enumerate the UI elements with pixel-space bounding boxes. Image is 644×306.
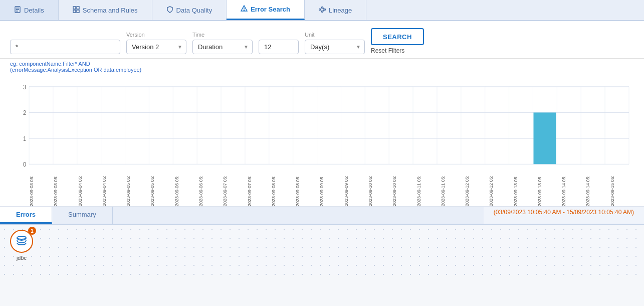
version-group: Version Version 1 Version 2 Version 3 ▼ [126,32,186,54]
time-select[interactable]: Duration Last Hour Last Day Custom [192,40,253,54]
svg-point-11 [321,7,323,8]
tab-schema-and-rules[interactable]: Schema and Rules [59,0,152,20]
version-select[interactable]: Version 1 Version 2 Version 3 [126,40,186,54]
tab-error-search[interactable]: Error Search [227,0,305,20]
search-group [10,40,120,54]
x-axis-label: 2023-09-09 05:30 AM [319,176,343,206]
date-range: (03/09/2023 10:05:40 AM - 15/09/2023 10:… [484,207,644,224]
x-axis-label: 2023-09-15 05:30 AM [610,176,634,206]
x-axis-label: 2023-09-07 05:30 AM [223,176,247,206]
tab-lineage[interactable]: Lineage [305,0,366,20]
time-group: Time Duration Last Hour Last Day Custom … [192,32,253,54]
x-axis-labels: 2023-09-03 05:30 AM2023-09-03 05:30 PM20… [10,176,634,206]
version-select-wrapper: Version 1 Version 2 Version 3 ▼ [126,40,186,54]
tab-schema-label: Schema and Rules [83,7,138,14]
version-label: Version [126,32,186,38]
unit-group: Unit Day(s) Hour(s) Minute(s) ▼ [305,32,365,54]
svg-text:3: 3 [23,83,26,91]
hint-text: eg: componentName:Filter* AND (errorMess… [0,59,644,76]
x-axis-label: 2023-09-13 05:30 AM [513,176,537,206]
hint-line2: (errorMessage:AnalysisException OR data:… [10,67,634,73]
chart-container: 0123 [10,81,634,176]
error-item-jdbc[interactable]: 1 jdbc [10,230,33,270]
x-axis-label: 2023-09-12 05:30 AM [465,176,489,206]
x-axis-label: 2023-09-05 05:30 PM [150,176,174,206]
svg-point-9 [244,10,245,11]
unit-select[interactable]: Day(s) Hour(s) Minute(s) [305,40,365,54]
search-input[interactable] [10,40,120,54]
x-axis-label: 2023-09-04 05:30 AM [78,176,102,206]
svg-rect-5 [77,7,79,9]
bottom-tabs: Errors Summary (03/09/2023 10:05:40 AM -… [0,207,644,225]
filter-actions: SEARCH Reset Filters [371,28,424,54]
svg-text:1: 1 [23,135,26,142]
x-axis-label: 2023-09-10 05:30 AM [368,176,392,206]
filter-bar: Version Version 1 Version 2 Version 3 ▼ … [0,21,644,59]
x-axis-label: 2023-09-05 05:30 AM [126,176,150,206]
bottom-section: Errors Summary (03/09/2023 10:05:40 AM -… [0,206,644,275]
shield-icon [166,6,173,15]
svg-rect-4 [73,7,76,9]
tab-details[interactable]: Details [0,0,59,20]
svg-point-13 [324,9,325,10]
tab-lineage-label: Lineage [329,7,352,14]
svg-rect-52 [533,112,556,164]
errors-content: 1 jdbc [0,225,644,275]
tab-data-quality-label: Data Quality [176,7,212,14]
x-axis-label: 2023-09-10 05:30 PM [392,176,416,206]
reset-filters-link[interactable]: Reset Filters [371,46,404,54]
x-axis-label: 2023-09-09 05:30 PM [344,176,368,206]
lineage-icon [319,6,326,15]
tab-details-label: Details [24,7,44,14]
svg-line-14 [320,8,321,10]
chart-svg: 0123 [10,81,634,176]
error-badge: 1 [28,227,36,235]
svg-text:2: 2 [23,109,26,116]
svg-text:0: 0 [23,161,26,168]
svg-point-53 [17,236,26,239]
unit-select-wrapper: Day(s) Hour(s) Minute(s) ▼ [305,40,365,54]
chart-area: 0123 2023-09-03 05:30 AM2023-09-03 05:30… [0,76,644,206]
svg-line-17 [323,10,324,12]
x-axis-label: 2023-09-08 05:30 PM [295,176,319,206]
error-label-jdbc: jdbc [17,255,27,261]
x-axis-label: 2023-09-12 05:30 PM [489,176,513,206]
alert-icon [241,5,248,14]
svg-rect-6 [73,10,76,13]
unit-label: Unit [305,32,365,38]
tab-error-search-label: Error Search [251,6,290,13]
x-axis-label: 2023-09-03 05:30 PM [53,176,77,206]
x-axis-label: 2023-09-06 05:30 AM [174,176,198,206]
svg-line-16 [323,8,324,10]
svg-line-15 [320,10,321,12]
svg-point-12 [321,11,323,12]
x-axis-label: 2023-09-04 05:30 PM [102,176,126,206]
x-axis-label: 2023-09-14 05:30 PM [585,176,609,206]
search-button[interactable]: SEARCH [371,28,424,45]
x-axis-label: 2023-09-08 05:30 AM [271,176,295,206]
grid-icon [73,6,80,15]
hint-line1: eg: componentName:Filter* AND [10,61,634,67]
x-axis-label: 2023-09-03 05:30 AM [29,176,53,206]
bottom-tab-summary-label: Summary [68,211,96,218]
unit-value-group [259,40,299,54]
time-select-wrapper: Duration Last Hour Last Day Custom ▼ [192,40,253,54]
bottom-tab-errors-label: Errors [16,211,36,218]
tabs-bar: Details Schema and Rules Data Quality Er… [0,0,644,21]
svg-point-10 [319,9,320,10]
x-axis-label: 2023-09-07 05:30 PM [247,176,271,206]
x-axis-label: 2023-09-11 05:30 PM [441,176,465,206]
x-axis-label: 2023-09-14 05:30 AM [561,176,585,206]
tab-data-quality[interactable]: Data Quality [152,0,227,20]
svg-rect-7 [77,10,79,13]
document-icon [14,6,21,15]
time-label: Time [192,32,253,38]
x-axis-label: 2023-09-11 05:30 AM [416,176,441,206]
bottom-tab-errors[interactable]: Errors [0,207,52,224]
x-axis-label: 2023-09-06 05:30 PM [198,176,223,206]
bottom-tab-summary[interactable]: Summary [52,207,113,224]
error-icon-wrapper: 1 [10,230,33,253]
x-axis-label: 2023-09-13 05:30 PM [537,176,561,206]
unit-value-input[interactable] [259,40,299,54]
